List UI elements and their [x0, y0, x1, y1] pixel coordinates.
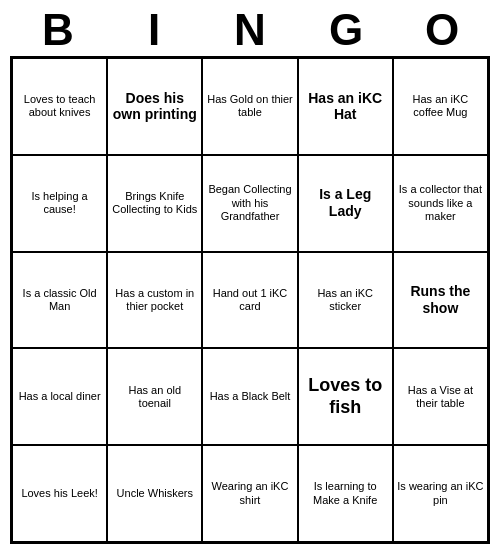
bingo-cell-9[interactable]: Is a collector that sounds like a maker — [393, 155, 488, 252]
bingo-cell-7[interactable]: Began Collecting with his Grandfather — [202, 155, 297, 252]
bingo-letter-i: I — [111, 8, 197, 52]
bingo-cell-19[interactable]: Has a Vise at their table — [393, 348, 488, 445]
bingo-cell-1[interactable]: Does his own printing — [107, 58, 202, 155]
bingo-cell-22[interactable]: Wearing an iKC shirt — [202, 445, 297, 542]
bingo-grid: Loves to teach about knivesDoes his own … — [10, 56, 490, 544]
bingo-cell-8[interactable]: Is a Leg Lady — [298, 155, 393, 252]
bingo-cell-11[interactable]: Has a custom in thier pocket — [107, 252, 202, 349]
bingo-cell-15[interactable]: Has a local diner — [12, 348, 107, 445]
bingo-cell-24[interactable]: Is wearing an iKC pin — [393, 445, 488, 542]
bingo-cell-10[interactable]: Is a classic Old Man — [12, 252, 107, 349]
bingo-cell-17[interactable]: Has a Black Belt — [202, 348, 297, 445]
bingo-cell-21[interactable]: Uncle Whiskers — [107, 445, 202, 542]
bingo-cell-20[interactable]: Loves his Leek! — [12, 445, 107, 542]
bingo-cell-3[interactable]: Has an iKC Hat — [298, 58, 393, 155]
bingo-letter-o: O — [399, 8, 485, 52]
bingo-cell-5[interactable]: Is helping a cause! — [12, 155, 107, 252]
bingo-cell-2[interactable]: Has Gold on thier table — [202, 58, 297, 155]
bingo-cell-12[interactable]: Hand out 1 iKC card — [202, 252, 297, 349]
bingo-cell-13[interactable]: Has an iKC sticker — [298, 252, 393, 349]
bingo-letter-b: B — [15, 8, 101, 52]
bingo-cell-14[interactable]: Runs the show — [393, 252, 488, 349]
bingo-cell-23[interactable]: Is learning to Make a Knife — [298, 445, 393, 542]
bingo-cell-6[interactable]: Brings Knife Collecting to Kids — [107, 155, 202, 252]
bingo-cell-16[interactable]: Has an old toenail — [107, 348, 202, 445]
bingo-cell-4[interactable]: Has an iKC coffee Mug — [393, 58, 488, 155]
bingo-letter-g: G — [303, 8, 389, 52]
bingo-letter-n: N — [207, 8, 293, 52]
bingo-header: BINGO — [10, 0, 490, 56]
bingo-cell-0[interactable]: Loves to teach about knives — [12, 58, 107, 155]
bingo-cell-18[interactable]: Loves to fish — [298, 348, 393, 445]
